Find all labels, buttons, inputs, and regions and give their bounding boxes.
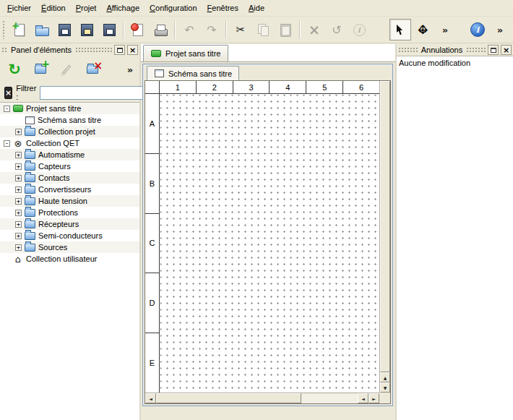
filter-input[interactable]	[40, 86, 148, 100]
undo-button[interactable]	[178, 19, 200, 40]
edit-element-button[interactable]	[56, 59, 77, 80]
schema-tab-label: Schéma sans titre	[168, 69, 232, 78]
scroll-down-button[interactable]	[380, 382, 390, 393]
folder-icon	[25, 150, 35, 159]
close-document-button[interactable]	[127, 19, 149, 40]
expand-icon[interactable]	[15, 233, 22, 239]
menu-configuration[interactable]: Configuration	[145, 1, 202, 15]
diagram-grid-canvas[interactable]	[160, 95, 379, 393]
scroll-left-button-2[interactable]	[358, 393, 368, 403]
about-button[interactable]	[467, 19, 488, 40]
toolbar-handle[interactable]	[2, 20, 6, 39]
close-icon	[129, 46, 136, 54]
project-icon	[13, 104, 23, 113]
close-document-icon	[130, 22, 146, 38]
save-button[interactable]	[53, 19, 75, 40]
new-element-button[interactable]	[30, 59, 51, 80]
cut-button[interactable]	[230, 19, 251, 40]
float-dock-button[interactable]	[488, 45, 499, 55]
open-document-button[interactable]	[31, 19, 53, 40]
menu-aide[interactable]: Aide	[243, 1, 270, 15]
tree-item-contacts[interactable]: Contacts	[0, 172, 139, 184]
horizontal-scrollbar[interactable]	[145, 393, 379, 403]
tree-item-sources[interactable]: Sources	[0, 241, 139, 253]
column-label: 6	[343, 81, 379, 93]
undo-history-list[interactable]: Aucune modification	[397, 56, 513, 420]
column-label: 2	[197, 81, 233, 93]
tree-item-semi-conducteurs[interactable]: Semi-conducteurs	[0, 230, 139, 241]
select-tool-button[interactable]	[389, 19, 411, 40]
expand-icon[interactable]	[15, 152, 22, 158]
collapse-icon[interactable]	[4, 106, 10, 112]
expand-icon[interactable]	[15, 129, 22, 135]
float-dock-button[interactable]	[114, 45, 125, 55]
menu-fenetres[interactable]: Fenêtres	[202, 1, 243, 15]
red-cross-overlay-icon	[93, 59, 103, 72]
selection-info-button[interactable]	[348, 19, 370, 40]
folder-icon	[25, 220, 35, 228]
menu-projet[interactable]: Projet	[71, 1, 102, 15]
expand-icon[interactable]	[15, 210, 22, 216]
expand-icon[interactable]	[15, 187, 22, 193]
close-dock-button[interactable]	[127, 45, 138, 55]
more-tools-button[interactable]	[434, 19, 456, 40]
expand-icon[interactable]	[15, 198, 22, 205]
expand-icon[interactable]	[15, 244, 22, 251]
mdi-area: Projet sans titre Schéma sans titre 1 2 …	[141, 44, 395, 420]
menu-edition[interactable]: Édition	[36, 1, 71, 15]
tree-item-automatisme[interactable]: Automatisme	[0, 149, 139, 160]
rotate-selection-button[interactable]	[326, 19, 348, 40]
elements-panel-dock: Panel d'éléments Filtrer :	[0, 44, 141, 420]
toolbar-overflow-button[interactable]	[489, 19, 511, 40]
undo-dock-title: Annulations	[420, 46, 465, 54]
undo-dock-titlebar[interactable]: Annulations	[397, 44, 513, 56]
scroll-left-button[interactable]	[145, 393, 156, 403]
tree-item-label: Collection projet	[38, 127, 95, 136]
close-dock-button[interactable]	[501, 45, 512, 55]
print-button[interactable]	[150, 19, 171, 40]
tree-item-capteurs[interactable]: Capteurs	[0, 160, 139, 172]
tree-item-recepteurs[interactable]: Récepteurs	[0, 218, 139, 230]
expand-icon[interactable]	[15, 163, 22, 170]
move-tool-button[interactable]	[412, 19, 434, 40]
tree-item-convertisseurs[interactable]: Convertisseurs	[0, 184, 139, 195]
vertical-scrollbar[interactable]	[379, 81, 390, 393]
paste-button[interactable]	[275, 19, 296, 40]
column-label: 4	[270, 81, 306, 93]
reload-collections-button[interactable]	[4, 59, 25, 80]
clear-filter-button[interactable]	[4, 87, 12, 99]
elements-panel-titlebar[interactable]: Panel d'éléments	[0, 44, 139, 56]
panel-overflow-button[interactable]	[124, 59, 136, 80]
scrollbar-thumb[interactable]	[380, 81, 390, 372]
copy-button[interactable]	[252, 19, 274, 40]
collapse-icon[interactable]	[4, 140, 10, 147]
scrollbar-thumb[interactable]	[156, 393, 301, 403]
float-window-icon	[491, 48, 496, 53]
tree-item-collection-qet[interactable]: Collection QET	[0, 137, 139, 149]
scroll-right-button[interactable]	[368, 393, 379, 403]
tree-item-haute-tension[interactable]: Haute tension	[0, 195, 139, 207]
save-as-button[interactable]	[76, 19, 98, 40]
delete-element-button[interactable]	[82, 59, 103, 80]
tree-item-projet-sans-titre[interactable]: Projet sans titre	[0, 103, 139, 114]
column-label: 5	[306, 81, 343, 93]
menu-affichage[interactable]: Affichage	[101, 1, 145, 15]
tab-schema-sans-titre[interactable]: Schéma sans titre	[147, 66, 239, 80]
folder-icon	[25, 208, 35, 217]
save-all-button[interactable]	[98, 19, 120, 40]
menu-fichier[interactable]: Fichier	[2, 1, 36, 15]
scroll-up-button[interactable]	[380, 372, 390, 382]
tree-item-protections[interactable]: Protections	[0, 207, 139, 218]
diagram-view[interactable]: 1 2 3 4 5 6 A B C D E	[145, 80, 391, 404]
application-window: Fichier Édition Projet Affichage Configu…	[0, 0, 513, 43]
tree-item-collection-projet[interactable]: Collection projet	[0, 126, 139, 137]
tree-item-collection-utilisateur[interactable]: Collection utilisateur	[0, 253, 139, 265]
expand-icon[interactable]	[15, 175, 22, 181]
expand-icon[interactable]	[15, 221, 22, 228]
tree-item-schema-sans-titre[interactable]: Schéma sans titre	[0, 114, 139, 126]
delete-selection-button[interactable]	[303, 19, 325, 40]
redo-button[interactable]	[201, 19, 223, 40]
tab-projet-sans-titre[interactable]: Projet sans titre	[143, 45, 228, 61]
new-document-button[interactable]	[9, 19, 30, 40]
cursor-arrow-icon	[392, 22, 408, 38]
